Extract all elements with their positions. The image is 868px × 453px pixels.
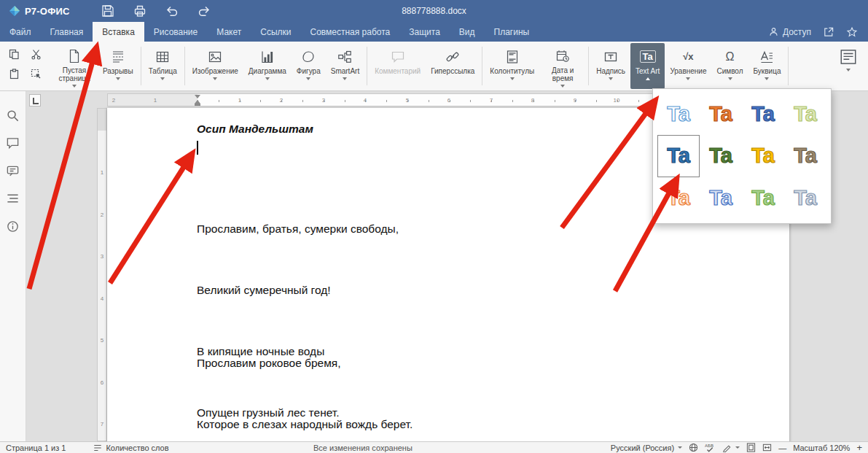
chat-panel-button[interactable]	[6, 164, 20, 178]
poem-line: Которое в слезах народный вождь берет.	[197, 414, 461, 435]
chevron-down-icon	[343, 77, 347, 80]
tab-layout[interactable]: Макет	[207, 22, 251, 42]
drop-cap-icon	[759, 47, 774, 66]
vertical-ruler[interactable]: 1 2 3 4 5 6 7	[97, 108, 107, 441]
shape-label: Фигура	[297, 67, 321, 75]
textart-style-option[interactable]: Ta	[700, 177, 742, 219]
insert-chart-button[interactable]: Диаграмма	[243, 43, 292, 89]
fit-page-icon[interactable]	[746, 443, 756, 452]
copy-button[interactable]	[9, 49, 22, 61]
text-art-button[interactable]: Ta Text Art	[630, 43, 665, 89]
ruler-number: 3	[320, 97, 327, 104]
textart-style-option[interactable]: Ta	[700, 135, 742, 177]
textart-style-option-selected[interactable]: Ta	[657, 135, 700, 177]
insert-table-button[interactable]: Таблица	[144, 43, 182, 89]
toolbar-separator	[588, 47, 589, 85]
chevron-up-icon	[646, 77, 650, 80]
chevron-down-icon	[765, 77, 769, 80]
textart-style-option[interactable]: Ta	[700, 93, 742, 135]
equation-button[interactable]: √x Уравнение	[665, 43, 711, 89]
tab-draw[interactable]: Рисование	[144, 22, 207, 42]
header-footer-button[interactable]: Колонтитулы	[485, 43, 539, 89]
page-indicator[interactable]: Страница 1 из 1	[6, 444, 66, 452]
textart-style-option[interactable]: Ta	[784, 135, 826, 177]
ruler-number: 3	[98, 253, 106, 260]
tab-plugins[interactable]: Плагины	[485, 22, 539, 42]
open-file-location-button[interactable]	[823, 26, 834, 38]
image-label: Изображение	[192, 67, 238, 75]
textart-style-option[interactable]: Ta	[742, 93, 784, 135]
textart-style-option[interactable]: Ta	[742, 135, 784, 177]
insert-blank-page-button[interactable]: Пустая страница	[51, 43, 98, 89]
text-cursor	[197, 141, 198, 155]
chevron-down-icon	[728, 77, 732, 80]
tab-protection[interactable]: Защита	[399, 22, 450, 42]
poem-line: Прославим, братья, сумерки свободы,	[197, 219, 399, 239]
blank-page-label: Пустая страница	[56, 66, 93, 82]
chevron-down-icon	[116, 77, 120, 80]
paste-button[interactable]	[9, 69, 22, 81]
ruler-number: 7	[98, 421, 106, 427]
indent-box-marker[interactable]	[195, 104, 200, 106]
chevron-down-icon	[510, 77, 515, 80]
textart-style-option[interactable]: Ta	[657, 177, 700, 219]
left-sidebar	[0, 91, 26, 441]
insert-shape-button[interactable]: Фигура	[292, 43, 326, 89]
zoom-label: Масштаб 120%	[793, 444, 850, 452]
chart-label: Диаграмма	[249, 67, 286, 75]
textart-style-option[interactable]: Ta	[657, 93, 700, 135]
track-changes-icon[interactable]	[722, 443, 732, 452]
tab-insert[interactable]: Вставка	[93, 22, 144, 42]
language-selector[interactable]: Русский (Россия)	[611, 444, 674, 452]
clipboard-group	[1, 42, 51, 90]
tab-collaboration[interactable]: Совместная работа	[300, 22, 399, 42]
comments-panel-button[interactable]	[6, 136, 20, 150]
first-line-indent-marker[interactable]	[195, 95, 200, 98]
textart-style-option[interactable]: Ta	[784, 93, 826, 135]
insert-smartart-button[interactable]: SmartArt	[326, 43, 364, 89]
page-breaks-label: Разрывы	[103, 67, 133, 75]
search-button[interactable]	[6, 109, 20, 123]
redo-button[interactable]	[197, 4, 211, 18]
zoom-out-button[interactable]: —	[778, 444, 786, 452]
symbol-button[interactable]: Ω Символ	[711, 43, 748, 89]
tab-home[interactable]: Главная	[41, 22, 93, 42]
insert-image-button[interactable]: Изображение	[187, 43, 243, 89]
date-time-button[interactable]: Дата и время	[539, 43, 586, 89]
tab-file[interactable]: Файл	[0, 22, 41, 42]
about-button[interactable]	[6, 220, 20, 233]
document-language-globe-icon[interactable]	[689, 443, 698, 452]
text-box-button[interactable]: Надпись	[591, 43, 630, 89]
smartart-label: SmartArt	[331, 67, 359, 75]
print-button[interactable]	[133, 4, 147, 18]
ruler-number: 2	[110, 97, 117, 104]
text-box-label: Надпись	[596, 67, 625, 75]
tab-view[interactable]: Вид	[450, 22, 485, 42]
share-access-button[interactable]: Доступ	[768, 26, 811, 37]
word-count-button[interactable]: Количество слов	[93, 444, 168, 452]
tab-references[interactable]: Ссылки	[251, 22, 300, 42]
poem-stanza-2: Прославим роковое бремя, Которое в слеза…	[197, 312, 461, 441]
save-button[interactable]	[101, 4, 115, 18]
favorites-star-button[interactable]	[846, 26, 858, 38]
textart-style-option[interactable]: Ta	[742, 177, 784, 219]
cut-button[interactable]	[31, 49, 44, 61]
more-tools-button[interactable]	[830, 42, 867, 90]
quick-actions	[101, 4, 211, 18]
undo-button[interactable]	[165, 4, 179, 18]
equation-label: Уравнение	[670, 67, 706, 75]
comment-button[interactable]: Комментарий	[370, 43, 426, 89]
ruler-number: 6	[98, 379, 106, 386]
spellcheck-icon[interactable]: АБВ	[705, 443, 716, 453]
hyperlink-button[interactable]: Гиперссылка	[426, 43, 480, 89]
zoom-in-button[interactable]: +	[856, 442, 862, 453]
textart-style-option[interactable]: Ta	[784, 177, 826, 219]
navigation-panel-button[interactable]	[6, 192, 20, 206]
tab-stop-selector[interactable]	[29, 94, 41, 107]
fit-width-icon[interactable]	[762, 443, 772, 452]
page-breaks-button[interactable]: Разрывы	[98, 43, 138, 89]
page-break-icon	[111, 47, 125, 66]
image-icon	[208, 47, 222, 66]
drop-cap-button[interactable]: Буквица	[748, 43, 786, 89]
select-all-button[interactable]	[31, 69, 44, 81]
